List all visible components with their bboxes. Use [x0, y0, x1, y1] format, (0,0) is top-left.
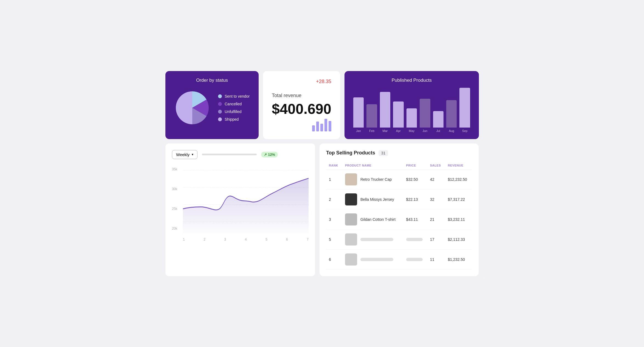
cell-rank-0: 1	[326, 169, 342, 189]
weekly-chart-card: Weekly ▾ ↗ 12% 35k 30k 25k 20k	[165, 143, 315, 276]
y-label-20k: 20k	[172, 227, 182, 230]
line-chart-area: 35k 30k 25k 20k	[172, 165, 309, 241]
bar-label-jul: Jul	[436, 129, 440, 132]
legend-item-sent: Sent to vendor	[218, 94, 250, 98]
bar-label-jan: Jan	[356, 129, 361, 132]
bar-may	[406, 108, 417, 128]
table-row: 611$1,232.50	[326, 249, 472, 269]
cell-rank-4: 6	[326, 249, 342, 269]
dashboard: Order by status	[161, 67, 483, 281]
legend-dot-shipped	[218, 117, 222, 121]
x-axis-labels: 1 2 3 4 5 6 7	[183, 238, 309, 241]
bar-label-may: May	[409, 129, 414, 132]
cell-product-1: Bella Missys Jersey	[342, 189, 403, 209]
y-axis-labels: 35k 30k 25k 20k	[172, 165, 182, 233]
product-cell-4	[345, 253, 401, 266]
y-label-30k: 30k	[172, 187, 182, 191]
bar-label-mar: Mar	[383, 129, 388, 132]
cell-sales-1: 32	[427, 189, 445, 209]
x-label-1: 1	[183, 238, 185, 241]
pie-chart-svg	[173, 89, 211, 127]
legend-dot-unfulfilled	[218, 110, 222, 114]
trend-percent: 12%	[268, 153, 275, 157]
bar-label-feb: Feb	[369, 129, 374, 132]
products-table: RANK PRODUCT NAME PRICE SALES REVENUE 1R…	[326, 162, 472, 270]
bar-col-may: May	[406, 108, 417, 132]
cell-product-3	[342, 229, 403, 249]
bar-col-mar: Mar	[380, 92, 390, 132]
cell-sales-0: 42	[427, 169, 445, 189]
skeleton-price-4	[406, 258, 423, 261]
trend-arrow-icon: ↗	[264, 153, 267, 157]
bar-feb	[366, 104, 377, 128]
bar-label-sep: Sep	[462, 129, 468, 132]
pie-chart	[173, 89, 211, 127]
progress-line	[202, 154, 257, 155]
line-chart-svg-container	[183, 165, 309, 233]
published-products-card: Published Products JanFebMarAprMayJunJul…	[344, 71, 479, 139]
order-status-card: Order by status	[165, 71, 259, 139]
skeleton-name-3	[360, 238, 393, 241]
top-products-card: Top Selling Products 31 RANK PRODUCT NAM…	[320, 143, 479, 276]
legend: Sent to vendor Cancelled Unfulfilled Shi…	[218, 94, 250, 122]
product-name-2: Gildan Cotton T-shirt	[360, 217, 396, 222]
x-label-2: 2	[204, 238, 205, 241]
col-price: PRICE	[403, 162, 427, 170]
legend-item-shipped: Shipped	[218, 117, 250, 122]
revenue-amount: $400.690	[272, 101, 331, 117]
cell-product-2: Gildan Cotton T-shirt	[342, 209, 403, 229]
bar-col-aug: Aug	[446, 100, 457, 132]
mini-bar-chart	[312, 118, 331, 131]
line-chart-svg	[183, 165, 309, 233]
y-label-35k: 35k	[172, 167, 182, 171]
product-thumb-4	[345, 253, 357, 266]
bar-label-apr: Apr	[396, 129, 401, 132]
trend-badge: ↗ 12%	[261, 152, 278, 157]
mini-bar-1	[312, 125, 315, 131]
bar-col-apr: Apr	[393, 101, 403, 132]
y-label-25k: 25k	[172, 207, 182, 211]
published-products-title: Published Products	[352, 78, 471, 83]
table-row: 517$2,112.33	[326, 229, 472, 249]
table-header-row: RANK PRODUCT NAME PRICE SALES REVENUE	[326, 162, 472, 170]
skeleton-name-4	[360, 258, 393, 261]
x-label-4: 4	[245, 238, 247, 241]
x-label-7: 7	[307, 238, 309, 241]
bar-label-jun: Jun	[422, 129, 427, 132]
legend-item-unfulfilled: Unfulfilled	[218, 109, 250, 114]
weekly-dropdown-label: Weekly	[176, 152, 190, 157]
top-products-title: Top Selling Products	[326, 150, 375, 156]
legend-dot-cancelled	[218, 102, 222, 106]
area-fill	[183, 178, 309, 233]
top-products-count: 31	[379, 150, 388, 156]
product-thumb-3	[345, 233, 357, 246]
bar-aug	[446, 100, 457, 128]
cell-rank-2: 3	[326, 209, 342, 229]
published-bar-chart: JanFebMarAprMayJunJulAugSep	[352, 89, 471, 132]
mini-bar-3	[320, 124, 323, 131]
legend-item-cancelled: Cancelled	[218, 102, 250, 106]
bar-col-jun: Jun	[420, 99, 430, 132]
weekly-header: Weekly ▾ ↗ 12%	[172, 150, 309, 159]
legend-dot-sent	[218, 94, 222, 98]
bar-col-jan: Jan	[353, 97, 364, 132]
cell-sales-2: 21	[427, 209, 445, 229]
product-thumb-2	[345, 213, 357, 225]
cell-sales-3: 17	[427, 229, 445, 249]
skeleton-price-3	[406, 238, 423, 241]
cell-price-2: $43.11	[403, 209, 427, 229]
slice-shipped	[176, 91, 192, 124]
x-label-5: 5	[265, 238, 267, 241]
col-product-name: PRODUCT NAME	[342, 162, 403, 170]
product-name-0: Retro Trucker Cap	[360, 177, 392, 182]
weekly-dropdown[interactable]: Weekly ▾	[172, 150, 197, 159]
cell-revenue-1: $7,317.22	[445, 189, 472, 209]
revenue-change: +28.35	[316, 79, 331, 84]
bottom-row: Weekly ▾ ↗ 12% 35k 30k 25k 20k	[165, 143, 479, 276]
bar-jul	[433, 111, 444, 128]
cell-rank-1: 2	[326, 189, 342, 209]
revenue-label: Total revenue	[272, 93, 331, 98]
cell-price-0: $32.50	[403, 169, 427, 189]
product-cell-0: Retro Trucker Cap	[345, 173, 401, 185]
product-name-1: Bella Missys Jersey	[360, 197, 394, 202]
